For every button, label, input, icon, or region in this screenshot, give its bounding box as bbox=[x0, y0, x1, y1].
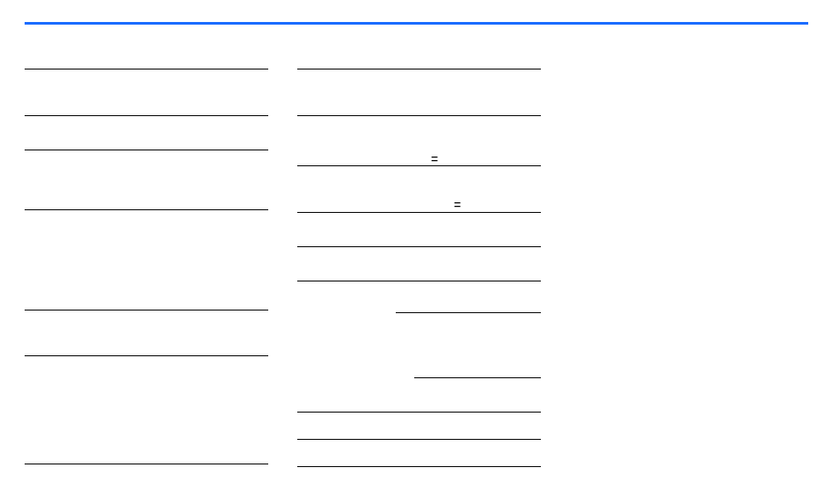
top-rule bbox=[25, 22, 808, 25]
blank-line bbox=[25, 150, 268, 150]
equals-sign: = bbox=[431, 153, 438, 165]
blank-line bbox=[297, 165, 541, 166]
blank-line bbox=[25, 209, 268, 210]
blank-line bbox=[297, 281, 541, 281]
blank-line bbox=[25, 355, 268, 356]
blank-line bbox=[297, 439, 541, 440]
blank-line bbox=[25, 69, 268, 69]
blank-line bbox=[297, 115, 541, 116]
blank-line bbox=[297, 246, 541, 247]
blank-line bbox=[297, 412, 541, 413]
blank-line bbox=[297, 212, 541, 213]
blank-line bbox=[25, 464, 268, 464]
blank-line bbox=[25, 115, 268, 116]
equals-sign: = bbox=[454, 199, 461, 211]
blank-line bbox=[25, 310, 268, 310]
blank-line bbox=[297, 466, 541, 467]
blank-line bbox=[297, 69, 541, 69]
blank-line bbox=[396, 312, 541, 313]
blank-line bbox=[414, 377, 541, 378]
